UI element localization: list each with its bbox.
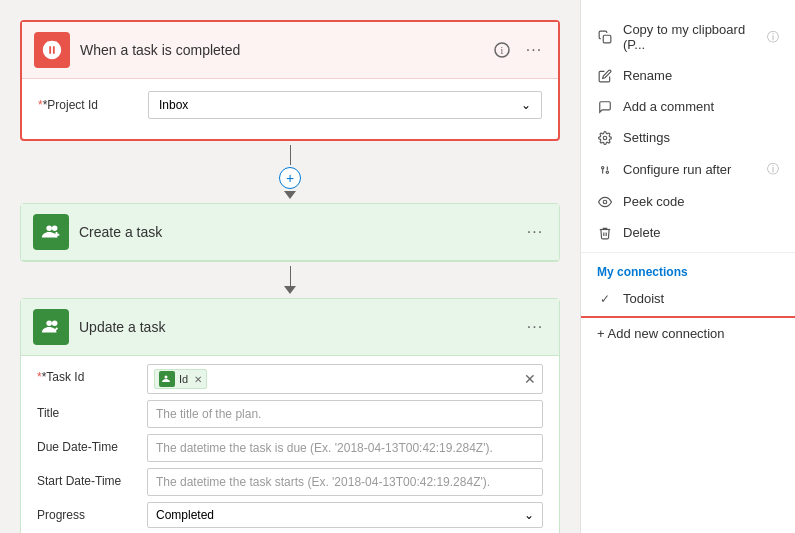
- menu-divider-1: [581, 252, 795, 253]
- pencil-icon: [597, 69, 613, 83]
- clear-button[interactable]: ✕: [524, 371, 536, 387]
- connector-arrow-2: [284, 286, 296, 294]
- rename-label: Rename: [623, 68, 779, 83]
- connector-arrow-1: [284, 191, 296, 199]
- project-value: Inbox: [159, 98, 188, 112]
- todoist-label: Todoist: [623, 291, 779, 306]
- trigger-block: When a task is completed i ··· *Project …: [20, 20, 560, 141]
- svg-point-10: [606, 171, 608, 173]
- trigger-info-icon[interactable]: i: [490, 38, 514, 62]
- configure-icon: [597, 163, 613, 177]
- add-comment-label: Add a comment: [623, 99, 779, 114]
- settings-label: Settings: [623, 130, 779, 145]
- chip-icon: [159, 371, 175, 387]
- trigger-title: When a task is completed: [80, 42, 490, 58]
- task-id-row: *Task Id Id ✕ ✕: [37, 364, 543, 394]
- delete-label: Delete: [623, 225, 779, 240]
- check-icon: ✓: [597, 292, 613, 306]
- svg-point-11: [603, 200, 607, 204]
- connector-2: [20, 266, 560, 294]
- trigger-header-icons: i ···: [490, 38, 546, 62]
- start-date-placeholder: The datetime the task starts (Ex. '2018-…: [156, 475, 490, 489]
- create-task-icon: [33, 214, 69, 250]
- svg-rect-7: [603, 35, 611, 43]
- menu-item-rename[interactable]: Rename: [581, 60, 795, 91]
- menu-item-settings[interactable]: Settings: [581, 122, 795, 153]
- update-task-header: Update a task ···: [21, 299, 559, 356]
- svg-text:i: i: [501, 45, 504, 56]
- progress-value: Completed: [156, 508, 214, 522]
- create-task-title: Create a task: [79, 224, 523, 240]
- update-task-icon: [33, 309, 69, 345]
- menu-item-add-comment[interactable]: Add a comment: [581, 91, 795, 122]
- eye-icon: [597, 195, 613, 209]
- start-date-input[interactable]: The datetime the task starts (Ex. '2018-…: [147, 468, 543, 496]
- title-placeholder: The title of the plan.: [156, 407, 261, 421]
- copy-label: Copy to my clipboard (P...: [623, 22, 757, 52]
- peek-label: Peek code: [623, 194, 779, 209]
- project-label: *Project Id: [38, 98, 148, 112]
- update-task-title: Update a task: [79, 319, 523, 335]
- comment-icon: [597, 100, 613, 114]
- trigger-more-icon[interactable]: ···: [522, 38, 546, 62]
- progress-select[interactable]: Completed ⌄: [147, 502, 543, 528]
- copy-info-icon: ⓘ: [767, 29, 779, 46]
- project-select[interactable]: Inbox ⌄: [148, 91, 542, 119]
- project-chevron-icon: ⌄: [521, 98, 531, 112]
- chip-label: Id: [179, 373, 188, 385]
- task-id-chip: Id ✕: [154, 369, 207, 389]
- due-date-label: Due Date-Time: [37, 434, 147, 454]
- project-field-row: *Project Id Inbox ⌄: [38, 91, 542, 119]
- svg-point-9: [602, 166, 604, 168]
- menu-item-delete[interactable]: Delete: [581, 217, 795, 248]
- svg-point-5: [52, 321, 57, 327]
- add-connection-label: + Add new connection: [597, 326, 725, 341]
- due-date-row: Due Date-Time The datetime the task is d…: [37, 434, 543, 462]
- title-label: Title: [37, 400, 147, 420]
- progress-chevron-icon: ⌄: [524, 508, 534, 522]
- title-row: Title The title of the plan.: [37, 400, 543, 428]
- update-task-more-icon[interactable]: ···: [523, 315, 547, 339]
- progress-label: Progress: [37, 502, 147, 522]
- menu-item-configure[interactable]: Configure run after ⓘ: [581, 153, 795, 186]
- svg-point-4: [46, 321, 52, 327]
- right-panel: Copy to my clipboard (P... ⓘ Rename Add …: [580, 0, 795, 533]
- trash-icon: [597, 226, 613, 240]
- progress-row: Progress Completed ⌄: [37, 502, 543, 528]
- create-task-block: Create a task ···: [20, 203, 560, 262]
- title-input[interactable]: The title of the plan.: [147, 400, 543, 428]
- svg-point-3: [52, 226, 57, 232]
- menu-item-copy[interactable]: Copy to my clipboard (P... ⓘ: [581, 14, 795, 60]
- update-task-block: Update a task ··· *Task Id: [20, 298, 560, 533]
- chip-close-icon[interactable]: ✕: [194, 374, 202, 385]
- create-task-header: Create a task ···: [21, 204, 559, 261]
- context-menu: Copy to my clipboard (P... ⓘ Rename Add …: [581, 10, 795, 353]
- gear-icon: [597, 131, 613, 145]
- trigger-header: When a task is completed i ···: [22, 22, 558, 79]
- svg-point-2: [46, 226, 52, 232]
- start-date-row: Start Date-Time The datetime the task st…: [37, 468, 543, 496]
- trigger-body: *Project Id Inbox ⌄: [22, 79, 558, 139]
- configure-info-icon: ⓘ: [767, 161, 779, 178]
- connector-line-2: [290, 266, 291, 286]
- main-canvas: When a task is completed i ··· *Project …: [0, 0, 580, 533]
- update-task-body: *Task Id Id ✕ ✕: [21, 356, 559, 533]
- menu-item-peek[interactable]: Peek code: [581, 186, 795, 217]
- due-date-input[interactable]: The datetime the task is due (Ex. '2018-…: [147, 434, 543, 462]
- add-step-button-1[interactable]: +: [279, 167, 301, 189]
- configure-label: Configure run after: [623, 162, 757, 177]
- svg-point-6: [165, 376, 168, 379]
- task-id-input[interactable]: Id ✕ ✕: [147, 364, 543, 394]
- connector-line-1: [290, 145, 291, 165]
- start-date-label: Start Date-Time: [37, 468, 147, 488]
- add-connection-button[interactable]: + Add new connection: [581, 316, 795, 349]
- create-task-more-icon[interactable]: ···: [523, 220, 547, 244]
- connections-section-label: My connections: [581, 257, 795, 283]
- copy-icon: [597, 30, 613, 44]
- menu-item-todoist[interactable]: ✓ Todoist: [581, 283, 795, 314]
- due-date-placeholder: The datetime the task is due (Ex. '2018-…: [156, 441, 493, 455]
- svg-point-8: [603, 136, 607, 140]
- connector-1: +: [20, 145, 560, 199]
- trigger-icon: [34, 32, 70, 68]
- task-id-label: *Task Id: [37, 364, 147, 384]
